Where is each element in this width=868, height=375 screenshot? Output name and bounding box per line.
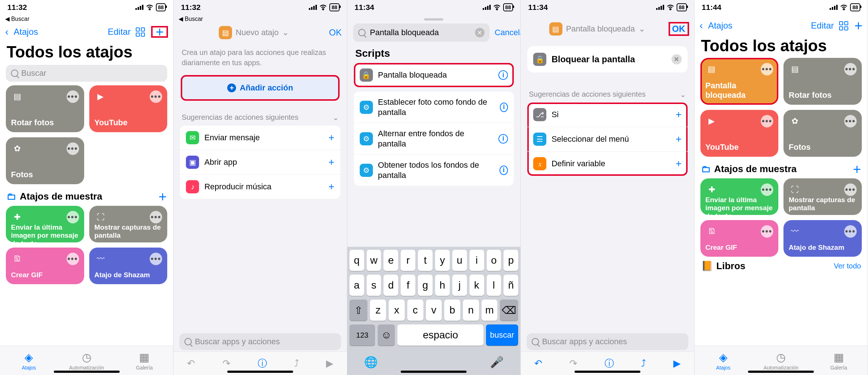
key-n[interactable]: n [463, 300, 479, 321]
add-icon[interactable]: + [328, 156, 334, 168]
redo-icon[interactable]: ↷ [222, 358, 231, 369]
tab-gallery[interactable]: ▦Galería [810, 346, 868, 375]
key-o[interactable]: o [487, 250, 501, 271]
play-icon[interactable]: ▶ [326, 358, 333, 369]
info-icon[interactable]: i [500, 166, 508, 175]
shortcut-title[interactable]: Pantalla bloqueada [566, 24, 635, 34]
action-row[interactable]: ⚙Obtener todos los fondos de pantallai [354, 155, 514, 186]
more-icon[interactable]: ••• [67, 253, 79, 265]
home-indicator[interactable] [54, 371, 120, 373]
more-icon[interactable]: ••• [761, 183, 773, 196]
add-action-button[interactable]: +Añadir acción [181, 75, 339, 101]
suggestion-row[interactable]: ♪Reproducir música+ [180, 175, 340, 199]
info-icon[interactable]: ⓘ [605, 357, 614, 370]
search-input[interactable] [368, 27, 472, 38]
see-all-button[interactable]: Ver todo [834, 262, 861, 270]
info-icon[interactable]: ⓘ [258, 357, 267, 370]
key-i[interactable]: i [469, 250, 484, 271]
key-y[interactable]: y [435, 250, 450, 271]
suggestions-header[interactable]: Sugerencias de acciones siguientes⌄ [173, 103, 347, 126]
key-c[interactable]: c [407, 300, 423, 321]
key-j[interactable]: j [452, 275, 467, 296]
key-l[interactable]: l [487, 275, 501, 296]
back-label[interactable]: Atajos [14, 27, 38, 37]
sample-tile[interactable]: 🖻•••Crear GIF [700, 220, 779, 257]
key-a[interactable]: a [349, 275, 364, 296]
ok-button[interactable]: OK [329, 27, 342, 38]
suggestion-row[interactable]: ⎇Si+ [527, 103, 687, 127]
key-m[interactable]: m [482, 300, 498, 321]
add-shortcut-button[interactable]: + [854, 21, 863, 30]
action-row[interactable]: ⚙Establecer foto como fondo de pantallai [354, 92, 514, 123]
tab-gallery[interactable]: ▦Galería [116, 346, 173, 375]
undo-icon[interactable]: ↶ [534, 358, 542, 369]
more-icon[interactable]: ••• [761, 115, 773, 127]
key-d[interactable]: d [384, 275, 398, 296]
add-icon[interactable]: + [676, 158, 681, 170]
shortcut-tile[interactable]: ✿•••Fotos [783, 110, 862, 157]
key-w[interactable]: w [367, 250, 381, 271]
key-r[interactable]: r [401, 250, 415, 271]
more-icon[interactable]: ••• [844, 183, 857, 196]
key-ñ[interactable]: ñ [504, 275, 518, 296]
sample-tile[interactable]: ⛶•••Mostrar capturas de pantalla [89, 206, 168, 242]
key-k[interactable]: k [469, 275, 484, 296]
add-sample-button[interactable]: + [853, 165, 861, 174]
shortcut-tile[interactable]: ✿•••Fotos [6, 137, 84, 184]
more-icon[interactable]: ••• [761, 63, 773, 75]
more-icon[interactable]: ••• [844, 63, 857, 75]
shortcut-tile[interactable]: ▤•••Rotar fotos [783, 58, 862, 105]
action-row[interactable]: 🔒Pantalla bloqueadai [354, 63, 514, 87]
key-b[interactable]: b [444, 300, 460, 321]
redo-icon[interactable]: ↷ [569, 358, 577, 369]
search-actions-field[interactable]: Buscar apps y acciones [179, 333, 341, 350]
backspace-key[interactable]: ⌫ [500, 300, 518, 321]
search-actions-field[interactable]: Buscar apps y acciones [527, 333, 688, 350]
more-icon[interactable]: ••• [761, 225, 773, 238]
num-key[interactable]: 123 [349, 324, 375, 346]
add-icon[interactable]: + [328, 132, 334, 144]
add-icon[interactable]: + [676, 133, 681, 145]
key-v[interactable]: v [426, 300, 442, 321]
sample-tile[interactable]: 〰•••Atajo de Shazam [783, 220, 862, 257]
view-grid-icon[interactable] [839, 21, 849, 30]
cancel-button[interactable]: Cancelar [495, 28, 521, 37]
suggestion-row[interactable]: ☰Seleccionar del menú+ [527, 127, 687, 152]
key-h[interactable]: h [435, 275, 450, 296]
mic-icon[interactable]: 🎤 [490, 356, 504, 368]
key-t[interactable]: t [418, 250, 433, 271]
more-icon[interactable]: ••• [844, 115, 857, 127]
chevron-down-icon[interactable]: ⌄ [639, 24, 645, 34]
sample-tile[interactable]: 🖻•••Crear GIF [6, 248, 84, 284]
shift-key[interactable]: ⇧ [349, 300, 368, 321]
key-f[interactable]: f [401, 275, 415, 296]
undo-icon[interactable]: ↶ [187, 358, 195, 369]
suggestion-row[interactable]: ▣Abrir app+ [180, 150, 340, 175]
suggestion-row[interactable]: ✉Enviar mensaje+ [180, 126, 340, 150]
action-row[interactable]: ⚙Alternar entre fondos de pantallai [354, 123, 514, 155]
remove-action-icon[interactable]: ✕ [671, 54, 682, 64]
more-icon[interactable]: ••• [67, 142, 79, 155]
key-g[interactable]: g [418, 275, 433, 296]
suggestions-header[interactable]: Sugerencias de acciones siguientes⌄ [521, 80, 694, 103]
shortcut-tile-lockscreen[interactable]: ▤•••Pantalla bloqueada [700, 58, 779, 105]
sample-tile[interactable]: ✚•••Enviar la última imagen por mensaje … [6, 206, 84, 242]
shortcut-tile[interactable]: ▤•••Rotar fotos [6, 85, 84, 132]
key-q[interactable]: q [349, 250, 364, 271]
tab-shortcuts[interactable]: ◈Atajos [0, 346, 58, 375]
add-shortcut-button[interactable]: + [151, 26, 168, 38]
more-icon[interactable]: ••• [150, 253, 162, 265]
chevron-down-icon[interactable]: ⌄ [282, 28, 289, 37]
home-indicator[interactable] [227, 371, 293, 373]
back-chevron-icon[interactable]: ‹ [5, 26, 8, 38]
back-to-search[interactable]: ◀ Buscar [0, 15, 173, 24]
home-indicator[interactable] [748, 371, 814, 373]
play-icon[interactable]: ▶ [673, 358, 681, 369]
key-z[interactable]: z [370, 300, 386, 321]
action-lock-screen[interactable]: 🔒Bloquear la pantalla✕ [527, 46, 687, 73]
search-field[interactable]: Buscar [6, 65, 167, 82]
tab-shortcuts[interactable]: ◈Atajos [695, 346, 752, 375]
more-icon[interactable]: ••• [150, 90, 162, 103]
share-icon[interactable]: ⤴ [294, 358, 299, 369]
more-icon[interactable]: ••• [150, 211, 162, 223]
